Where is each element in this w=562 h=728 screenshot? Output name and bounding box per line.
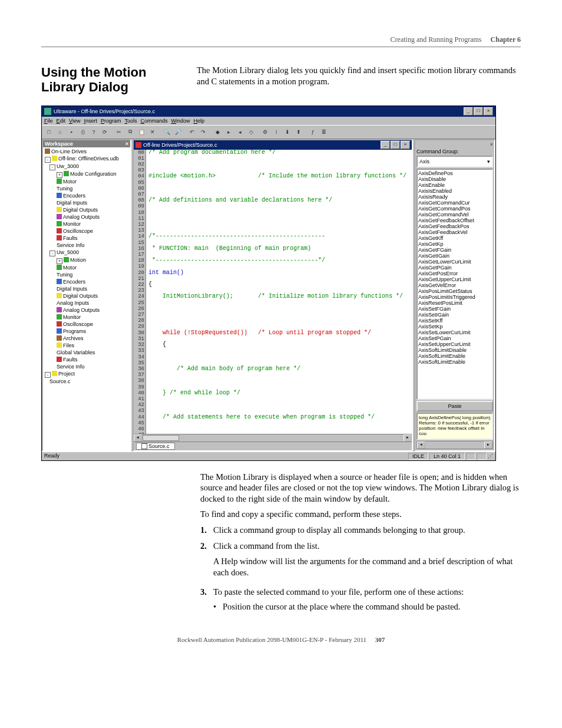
command-list[interactable]: AxisDefinePosAxisDisableAxisEnableAxisIs… (416, 169, 493, 400)
library-icon[interactable]: ≣ (319, 127, 329, 137)
tree-item[interactable]: +Mode Configuration (44, 170, 130, 178)
upload-icon[interactable]: ⬆ (293, 127, 304, 137)
tree-item[interactable]: Digital Inputs (44, 285, 130, 292)
menu-insert[interactable]: Insert (84, 118, 97, 124)
command-item[interactable]: AxisEnable (418, 182, 491, 188)
command-item[interactable]: AxisGetKff (418, 235, 491, 241)
tree-item[interactable]: Analog Outputs (44, 307, 130, 314)
paste-button[interactable]: Paste (416, 401, 493, 411)
redo-icon[interactable]: ↷ (198, 127, 209, 137)
tree-item[interactable]: Oscilloscope (44, 228, 130, 235)
command-item[interactable]: AxisResetPosLimit (418, 300, 491, 306)
tree-item[interactable]: -Uw_5000 (44, 249, 130, 256)
command-item[interactable]: AxisGetCommandPos (418, 206, 491, 212)
findnext-icon[interactable]: 🔎 (173, 127, 183, 137)
command-item[interactable]: AxisSetFGain (418, 306, 491, 312)
command-item[interactable]: AxisDisable (418, 176, 491, 182)
help-hscrollbar[interactable]: ◂▸ (416, 441, 493, 449)
editor-minimize-button[interactable]: _ (381, 141, 390, 149)
motion-icon[interactable]: ƒ (308, 127, 318, 137)
download-icon[interactable]: ⬇ (282, 127, 293, 137)
editor-maximize-button[interactable]: □ (391, 141, 400, 149)
tree-item[interactable]: Monitor (44, 314, 130, 321)
tab-source[interactable]: Source.c (136, 443, 175, 450)
command-item[interactable]: AxisGetCommandCur (418, 200, 491, 206)
bookmark-clear-icon[interactable]: ◇ (246, 127, 256, 137)
menu-window[interactable]: Window (171, 118, 190, 124)
tree-item[interactable]: +Motion (44, 256, 130, 264)
copy-icon[interactable]: ⧉ (125, 127, 135, 137)
command-item[interactable]: AxisGetFeedbackPos (418, 223, 491, 229)
tree-item[interactable]: Oscilloscope (44, 321, 130, 328)
bookmark-icon[interactable]: ◆ (212, 127, 223, 137)
command-item[interactable]: AxisGetUpperCurLimit (418, 276, 491, 282)
minimize-button[interactable]: _ (464, 107, 473, 116)
command-item[interactable]: AxisGetPGain (418, 265, 491, 271)
command-item[interactable]: AxisIsEnabled (418, 188, 491, 194)
tree-item[interactable]: Files (44, 342, 130, 349)
command-item[interactable]: AxisGetFeedbackOffset (418, 218, 491, 223)
tree-item[interactable]: Faults (44, 235, 130, 242)
tree-item[interactable]: Tuning (44, 185, 130, 192)
tree-item[interactable]: Analog Outputs (44, 213, 130, 220)
command-item[interactable]: AxisSetLowerCurLimit (418, 330, 491, 335)
editor-hscrollbar[interactable]: ◂▸ (134, 434, 412, 442)
panel-close-icon[interactable]: × (490, 141, 493, 147)
tree-item[interactable]: Faults (44, 356, 130, 363)
workspace-tree[interactable]: On-Line Drives-Off-line: OfflineDrives.u… (43, 147, 130, 450)
save-icon[interactable]: ▪ (66, 127, 77, 137)
tree-item[interactable]: Motor (44, 178, 130, 185)
tree-item[interactable]: Monitor (44, 220, 130, 228)
tree-item[interactable]: Source.c (44, 378, 130, 385)
tree-item[interactable]: Analog Inputs (44, 299, 130, 307)
tree-item[interactable]: Archives (44, 335, 130, 342)
cut-icon[interactable]: ✂ (114, 127, 124, 137)
command-item[interactable]: AxisGetCommandVel (418, 212, 491, 218)
tree-item[interactable]: Service Info (44, 242, 130, 249)
open-icon[interactable]: ⌂ (55, 127, 65, 137)
command-item[interactable]: AxisPosLimitIsTriggered (418, 294, 491, 300)
command-item[interactable]: AxisPosLimitGetStatus (418, 288, 491, 294)
command-item[interactable]: AxisSoftLimitEnable (418, 353, 491, 359)
command-item[interactable]: AxisSetPGain (418, 335, 491, 341)
command-item[interactable]: AxisSetKff (418, 318, 491, 324)
undo-icon[interactable]: ↶ (187, 127, 197, 137)
command-item[interactable]: AxisGetVelError (418, 282, 491, 288)
stop-icon[interactable]: ! (271, 127, 282, 137)
command-item[interactable]: AxisSetUpperCurLimit (418, 341, 491, 347)
code-editor[interactable]: 0001020304050607080910111213141516171819… (134, 150, 412, 434)
help-icon[interactable]: ? (88, 127, 99, 137)
new-icon[interactable]: □ (44, 127, 54, 137)
scan-icon[interactable]: ⟳ (100, 127, 110, 137)
tree-item[interactable]: Digital Inputs (44, 199, 130, 206)
tree-item[interactable]: Encoders (44, 192, 130, 199)
tree-item[interactable]: -Uw_3000 (44, 163, 130, 170)
paste-icon[interactable]: 📋 (136, 127, 147, 137)
command-item[interactable]: AxisIsReady (418, 194, 491, 200)
bookmark-next-icon[interactable]: ▸ (223, 127, 234, 137)
maximize-button[interactable]: □ (474, 107, 483, 116)
command-item[interactable]: AxisSetKp (418, 324, 491, 330)
tree-item[interactable]: Global Variables (44, 349, 130, 356)
menu-program[interactable]: Program (101, 118, 121, 124)
menu-view[interactable]: View (69, 118, 80, 124)
command-item[interactable]: AxisGetFGain (418, 247, 491, 253)
tree-item[interactable]: Service Info (44, 363, 130, 370)
menubar[interactable]: FileEditViewInsertProgramToolsCommandsWi… (42, 117, 495, 125)
tree-item[interactable]: -Off-line: OfflineDrives.udb (44, 155, 130, 163)
find-icon[interactable]: 🔍 (161, 127, 172, 137)
command-item[interactable]: AxisSoftLimitEnable (418, 359, 491, 365)
tree-item[interactable]: -Project (44, 370, 130, 378)
tree-item[interactable]: On-Line Drives (44, 148, 130, 155)
command-group-select[interactable]: Axis ▾ (416, 156, 493, 167)
delete-icon[interactable]: ✕ (147, 127, 158, 137)
toolbar[interactable]: □ ⌂ ▪ ⎙ ? ⟳ ✂ ⧉ 📋 ✕ 🔍 🔎 ↶ ↷ ◆ ▸ ◂ ◇ ⚙ ! … (42, 125, 495, 139)
command-item[interactable]: AxisDefinePos (418, 170, 491, 176)
bookmark-prev-icon[interactable]: ◂ (234, 127, 245, 137)
resize-grip-icon[interactable]: ⋰ (488, 453, 493, 459)
command-item[interactable]: AxisSoftLimitDisable (418, 347, 491, 353)
tree-item[interactable]: Digital Outputs (44, 206, 130, 213)
tree-item[interactable]: Motor (44, 264, 130, 271)
menu-help[interactable]: Help (194, 118, 205, 124)
command-item[interactable]: AxisSetIGain (418, 312, 491, 318)
